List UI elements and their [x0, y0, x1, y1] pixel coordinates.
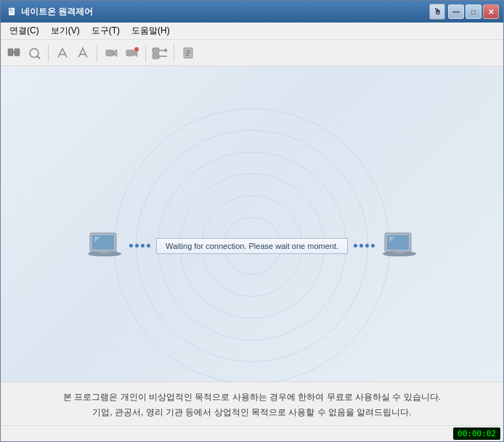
extra-icon: 🖱 [429, 4, 445, 20]
maximize-button[interactable]: □ [466, 4, 481, 19]
minimize-button[interactable]: — [448, 4, 464, 19]
close-button[interactable]: ✕ [483, 4, 499, 19]
toolbar-btn-2[interactable] [24, 43, 44, 63]
left-dots [129, 244, 150, 247]
svg-point-12 [134, 47, 139, 52]
toolbar-btn-5[interactable] [101, 43, 121, 63]
menu-view[interactable]: 보기(V) [45, 22, 86, 39]
right-computer-icon [381, 229, 418, 263]
menu-tools[interactable]: 도구(T) [86, 22, 126, 39]
toolbar-btn-7[interactable] [150, 43, 170, 63]
dot-1 [129, 244, 133, 247]
toolbar-btn-6[interactable] [121, 43, 142, 63]
status-text: Waiting for connection. Please wait one … [166, 242, 338, 250]
menu-connect[interactable]: 연결(C) [4, 22, 45, 39]
dot-5 [354, 244, 357, 247]
toolbar-btn-3[interactable] [52, 43, 73, 63]
svg-rect-0 [8, 49, 13, 56]
menu-bar: 연결(C) 보기(V) 도구(T) 도움말(H) [1, 22, 503, 40]
dot-2 [135, 244, 139, 247]
status-bar: 00:00:02 [1, 425, 503, 441]
window-title: 네이트온 원격제어 [21, 6, 93, 18]
toolbar-group-4 [150, 43, 170, 63]
window-title-icon: 🖥 [7, 6, 17, 17]
dot-6 [359, 244, 363, 247]
svg-rect-13 [153, 48, 159, 53]
svg-rect-30 [394, 252, 405, 253]
separator-3 [145, 44, 146, 62]
notice-line-2: 기업, 관공서, 영리 기관 등에서 상업적인 목적으로 사용할 수 없음을 알… [15, 405, 489, 421]
connection-area: Waiting for connection. Please wait one … [86, 229, 418, 263]
toolbar-group-5 [178, 43, 198, 63]
separator-4 [174, 44, 174, 62]
notice-line-1: 본 프로그램은 개인이 비상업적인 목적으로 사용하는 경우에 한하여 무료로 … [15, 390, 489, 406]
toolbar-btn-1[interactable] [4, 43, 24, 63]
dot-4 [147, 244, 150, 247]
svg-rect-8 [106, 50, 113, 56]
title-bar: 🖥 네이트온 원격제어 🖱 — □ ✕ [1, 1, 503, 22]
toolbar-group-3 [101, 43, 142, 63]
main-window: 🖥 네이트온 원격제어 🖱 — □ ✕ 연결(C) 보기(V) 도구(T) 도움… [0, 0, 504, 442]
timer-badge: 00:00:02 [453, 427, 500, 440]
title-bar-left: 🖥 네이트온 원격제어 [7, 6, 93, 18]
separator-1 [48, 44, 49, 62]
svg-rect-14 [153, 54, 159, 59]
title-buttons: — □ ✕ [448, 4, 499, 19]
toolbar-btn-4[interactable] [73, 43, 93, 63]
left-computer-icon [86, 229, 123, 263]
svg-rect-1 [15, 49, 20, 56]
right-dots [354, 244, 375, 247]
toolbar-btn-8[interactable] [178, 43, 198, 63]
menu-help[interactable]: 도움말(H) [126, 22, 176, 39]
toolbar-group-2 [52, 43, 93, 63]
dot-8 [371, 244, 375, 247]
svg-rect-10 [126, 50, 134, 56]
svg-marker-9 [113, 49, 117, 57]
bottom-area: 본 프로그램은 개인이 비상업적인 목적으로 사용하는 경우에 한하여 무료로 … [1, 382, 503, 425]
main-content: Waiting for connection. Please wait one … [1, 66, 503, 425]
toolbar [1, 40, 503, 66]
status-box: Waiting for connection. Please wait one … [156, 238, 348, 254]
svg-line-4 [37, 56, 40, 59]
separator-2 [97, 44, 97, 62]
svg-rect-26 [99, 252, 110, 253]
dot-3 [141, 244, 145, 247]
toolbar-group-1 [4, 43, 44, 63]
dot-7 [365, 244, 369, 247]
